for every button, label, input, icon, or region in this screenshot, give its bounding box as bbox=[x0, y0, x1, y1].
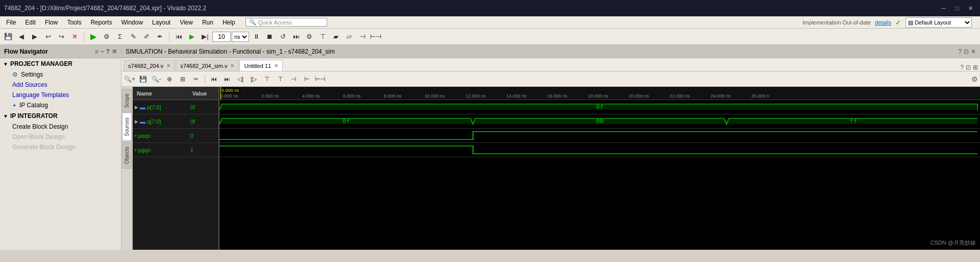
close-button[interactable]: ✕ bbox=[965, 3, 976, 14]
marker2-button[interactable]: ⊤ bbox=[274, 74, 286, 85]
cancel-button[interactable]: ✕ bbox=[68, 31, 81, 43]
restart-button[interactable]: ⏹ bbox=[263, 31, 276, 43]
edit-button[interactable]: ✎ bbox=[127, 31, 139, 43]
minimize-button[interactable]: ─ bbox=[938, 3, 949, 14]
section-ip-integrator[interactable]: ▼ IP INTEGRATOR bbox=[0, 110, 121, 122]
nav-pin-icon[interactable]: ≡ bbox=[95, 48, 99, 55]
sim-close-icon[interactable]: ✕ bbox=[971, 48, 976, 55]
wave1-button[interactable]: ▰ bbox=[330, 31, 342, 43]
first-button[interactable]: ⏮ bbox=[173, 31, 185, 43]
signal-row-peqn[interactable]: ▪ peqn 0 bbox=[133, 129, 218, 143]
stop-button[interactable]: ⏸ bbox=[250, 31, 262, 43]
tab-close-1[interactable]: ✕ bbox=[166, 63, 170, 68]
time-input[interactable] bbox=[212, 32, 231, 42]
menu-tools[interactable]: Tools bbox=[63, 18, 85, 27]
section-project-manager[interactable]: ▼ PROJECT MANAGER bbox=[0, 58, 121, 69]
refresh-button[interactable]: ↺ bbox=[277, 31, 289, 43]
maximize-button[interactable]: □ bbox=[951, 3, 963, 14]
check-icon: ✓ bbox=[895, 18, 901, 27]
layout-select[interactable]: ▤ Default Layout bbox=[905, 17, 972, 28]
next-wave-button[interactable]: ⏭ bbox=[221, 74, 233, 85]
tab-s74682-v[interactable]: s74682_204.v ✕ bbox=[124, 60, 175, 71]
tab-untitled11[interactable]: Untitled 11 ✕ bbox=[239, 60, 283, 71]
menu-file[interactable]: File bbox=[2, 18, 20, 27]
menu-window[interactable]: Window bbox=[117, 18, 147, 27]
nav-close-icon[interactable]: ✕ bbox=[112, 48, 117, 55]
settings-button[interactable]: ⚙ bbox=[101, 31, 113, 43]
marker4-button[interactable]: ⊢ bbox=[301, 74, 313, 85]
split-button[interactable]: ⊣ bbox=[356, 31, 369, 43]
nav3[interactable]: ↩ bbox=[42, 31, 54, 43]
tab-close-2[interactable]: ✕ bbox=[230, 63, 234, 68]
toolbar: 💾 ◀ ▶ ↩ ↪ ✕ ▶ ⚙ Σ ✎ ✐ ✒ ⏮ ▶ ▶| ns ps us … bbox=[0, 29, 980, 45]
wave-settings-icon[interactable]: ⚙ bbox=[971, 75, 978, 83]
expand-icon-q[interactable]: ▶ bbox=[135, 119, 138, 124]
vtab-scope[interactable]: Scope bbox=[122, 89, 132, 112]
nav-create-block[interactable]: Create Block Design bbox=[0, 122, 121, 132]
restore-icon[interactable]: ⊡ bbox=[964, 48, 969, 55]
menu-flow[interactable]: Flow bbox=[41, 18, 62, 27]
scissors-button[interactable]: ✂ bbox=[190, 74, 202, 85]
quick-access-placeholder: Quick Access bbox=[258, 19, 292, 26]
tab-close-3[interactable]: ✕ bbox=[274, 63, 278, 68]
nav-ip-catalog[interactable]: ✦ IP Catalog bbox=[0, 100, 121, 110]
new-button[interactable]: 💾 bbox=[2, 31, 14, 43]
fit-wave-button[interactable]: ⊞ bbox=[177, 74, 189, 85]
settings2-button[interactable]: ⚙ bbox=[303, 31, 315, 43]
zoom-in-button[interactable]: 🔍+ bbox=[124, 74, 136, 85]
fit-h-button[interactable]: ⊢⊣ bbox=[314, 74, 326, 85]
nav-open-block[interactable]: Open Block Design bbox=[0, 132, 121, 142]
wave-display[interactable]: 0.000 ns 0.000 ns 2.000 ns 4.000 ns 6.00… bbox=[219, 87, 980, 250]
nav-min-icon[interactable]: − bbox=[101, 48, 104, 55]
save-wave-button[interactable]: 💾 bbox=[137, 74, 149, 85]
flow-nav-scroll[interactable]: ▼ PROJECT MANAGER ⚙ Settings Add Sources… bbox=[0, 58, 121, 250]
signal-row-pgqn[interactable]: ▪ pgqn 1 bbox=[133, 143, 218, 157]
tab-help-icon[interactable]: ? bbox=[960, 64, 964, 71]
sum-button[interactable]: Σ bbox=[114, 31, 126, 43]
prev-edge-button[interactable]: ◁| bbox=[234, 74, 247, 85]
back-button[interactable]: ◀ bbox=[15, 31, 28, 43]
menu-run[interactable]: Run bbox=[198, 18, 217, 27]
nav-language-templates[interactable]: Language Templates bbox=[0, 90, 121, 100]
help-icon[interactable]: ? bbox=[958, 48, 962, 55]
zoom-out-button[interactable]: 🔍- bbox=[150, 74, 162, 85]
play-button[interactable]: ▶ bbox=[186, 31, 198, 43]
signal-row-q[interactable]: ▶ ▬ q[7:0] 0f bbox=[133, 114, 218, 129]
cursor-time-label: 0.000 ns bbox=[220, 88, 240, 93]
run-to-button[interactable]: ⏭ bbox=[290, 31, 302, 43]
next-edge-button[interactable]: |▷ bbox=[248, 74, 260, 85]
marker-wave-button[interactable]: ⊤ bbox=[261, 74, 273, 85]
menu-edit[interactable]: Edit bbox=[21, 18, 40, 27]
marker-button[interactable]: ⊤ bbox=[316, 31, 329, 43]
signal-row-p[interactable]: ▶ ▬ p[7:0] 0f bbox=[133, 100, 218, 114]
play-step-button[interactable]: ▶| bbox=[199, 31, 211, 43]
vtab-sources[interactable]: Sources bbox=[122, 113, 132, 141]
marker3-button[interactable]: ⊣ bbox=[287, 74, 300, 85]
time-unit-select[interactable]: ns ps us bbox=[232, 32, 249, 42]
tab-s74682-sim[interactable]: s74682_204_sim.v ✕ bbox=[176, 60, 239, 71]
forward-button[interactable]: ▶ bbox=[29, 31, 41, 43]
nav-generate-block[interactable]: Generate Block Design bbox=[0, 142, 121, 152]
menu-help[interactable]: Help bbox=[218, 18, 239, 27]
first-wave-button[interactable]: ⏮ bbox=[208, 74, 220, 85]
fit-button[interactable]: ⊢⊣ bbox=[370, 31, 382, 43]
wave2-button[interactable]: ▱ bbox=[343, 31, 355, 43]
expand-icon-p[interactable]: ▶ bbox=[135, 105, 138, 110]
nav-help-icon[interactable]: ? bbox=[106, 48, 110, 55]
vtab-objects[interactable]: Objects bbox=[122, 142, 132, 169]
tab-restore-icon[interactable]: ⊡ bbox=[966, 64, 971, 71]
wire-icon-peqn: ▪ bbox=[135, 133, 137, 138]
tab-expand-icon[interactable]: ⊞ bbox=[973, 64, 978, 71]
edit3-button[interactable]: ✒ bbox=[154, 31, 166, 43]
nav4[interactable]: ↪ bbox=[55, 31, 67, 43]
zoom-sel-button[interactable]: ⊕ bbox=[163, 74, 176, 85]
menu-view[interactable]: View bbox=[176, 18, 197, 27]
menu-reports[interactable]: Reports bbox=[86, 18, 116, 27]
nav-add-sources[interactable]: Add Sources bbox=[0, 80, 121, 90]
edit2-button[interactable]: ✐ bbox=[140, 31, 153, 43]
quick-access-search[interactable]: 🔍 Quick Access bbox=[246, 18, 327, 27]
run-sim-button[interactable]: ▶ bbox=[87, 31, 100, 43]
details-link[interactable]: details bbox=[875, 19, 891, 26]
menu-layout[interactable]: Layout bbox=[148, 18, 175, 27]
nav-settings[interactable]: ⚙ Settings bbox=[0, 69, 121, 80]
